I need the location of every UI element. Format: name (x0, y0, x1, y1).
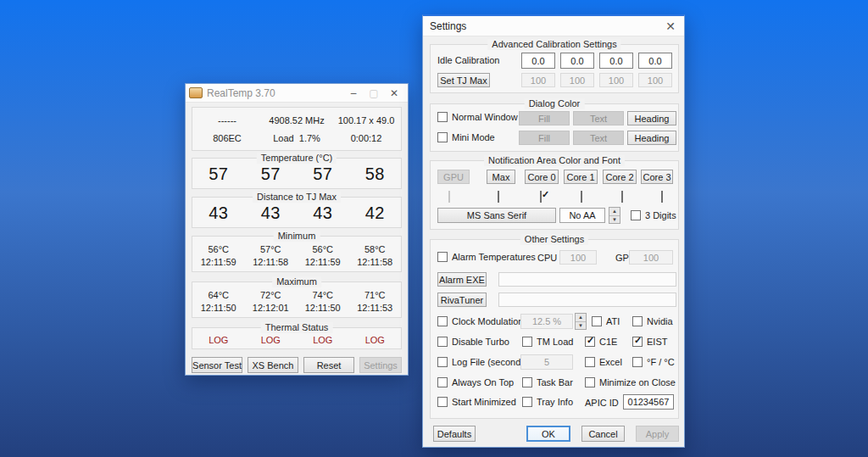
defaults-button[interactable]: Defaults (433, 426, 476, 442)
fahrenheit-celsius-checkbox[interactable]: °F / °C (632, 357, 675, 367)
apic-id-label: APIC ID (585, 398, 619, 408)
max-color-button[interactable]: Max (487, 170, 515, 184)
maximum-group: Maximum 64°C 72°C 74°C 71°C 12:11:50 12:… (192, 281, 402, 318)
gpu-show-checkbox (448, 191, 450, 203)
minimum-group: Minimum 56°C 57°C 56°C 58°C 12:11:59 12:… (192, 236, 402, 272)
three-digits-checkbox[interactable]: 3 Digits (631, 210, 676, 220)
tjmax-input: 100 (599, 73, 633, 87)
reset-button[interactable]: Reset (303, 357, 354, 373)
core1-show-checkbox[interactable] (581, 191, 582, 203)
idle-calibration-input[interactable]: 0.0 (599, 53, 633, 69)
cpu-info-panel: ------ 4908.52 MHz 100.17 x 49.0 806EC L… (192, 107, 402, 151)
core0-show-checkbox[interactable] (540, 191, 542, 203)
min-temp: 56°C (297, 244, 349, 254)
ok-button[interactable]: OK (526, 426, 570, 442)
tjmax-input: 100 (560, 73, 594, 87)
disable-turbo-checkbox[interactable]: Disable Turbo (437, 337, 509, 347)
start-minimized-checkbox[interactable]: Start Minimized (437, 397, 516, 407)
log-toggle[interactable]: LOG (245, 335, 298, 345)
log-toggle[interactable]: LOG (192, 335, 245, 345)
ati-checkbox[interactable]: ATI (592, 316, 620, 326)
realtemp-app-icon (189, 87, 203, 98)
spin-up-icon[interactable]: ▲ (609, 208, 620, 215)
core3-temp: 58 (349, 164, 402, 184)
desktop-background: RealTemp 3.70 – ▢ ✕ ------ 4908.52 MHz 1… (0, 0, 868, 457)
core2-distance: 43 (297, 203, 349, 223)
settings-window: Settings ✕ Advanced Calibration Settings… (422, 14, 685, 448)
core3-distance: 42 (349, 203, 402, 223)
apic-id-input[interactable]: 01234567 (623, 394, 674, 410)
mini-mode-checkbox[interactable]: Mini Mode (437, 132, 495, 142)
fill-button: Fill (519, 131, 570, 145)
clock-modulation-checkbox[interactable]: Clock Modulation (437, 316, 523, 326)
normal-window-checkbox[interactable]: Normal Window (437, 112, 518, 122)
heading-button[interactable]: Heading (627, 131, 676, 145)
max-time: 12:11:50 (297, 303, 349, 313)
rivatuner-button[interactable]: RivaTuner (437, 293, 487, 307)
alarm-exe-path-input[interactable] (498, 272, 676, 287)
clock-modulation-input: 12.5 % (520, 314, 573, 329)
tjmax-input: 100 (638, 73, 672, 87)
c1e-checkbox[interactable]: C1E (585, 337, 617, 347)
min-temp: 56°C (192, 244, 245, 254)
task-bar-checkbox[interactable]: Task Bar (522, 377, 573, 387)
alarm-temperatures-checkbox[interactable]: Alarm Temperatures (437, 252, 536, 262)
heading-button[interactable]: Heading (627, 111, 676, 125)
advanced-calibration-group: Advanced Calibration Settings Idle Calib… (430, 44, 679, 93)
always-on-top-checkbox[interactable]: Always On Top (437, 377, 514, 387)
dialog-color-label: Dialog Color (525, 98, 585, 109)
spin-down-icon[interactable]: ▼ (576, 321, 586, 330)
clock-modulation-stepper[interactable]: ▲ ▼ (575, 313, 587, 330)
max-temp: 74°C (297, 290, 349, 300)
max-show-checkbox[interactable] (498, 191, 499, 203)
max-time: 12:11:53 (349, 303, 402, 313)
spin-down-icon[interactable]: ▼ (609, 215, 620, 224)
nvidia-checkbox[interactable]: Nvidia (632, 316, 673, 326)
uptime: 0:00:12 (331, 131, 401, 146)
core0-temp: 57 (192, 164, 245, 184)
core2-show-checkbox[interactable] (621, 191, 623, 203)
font-size-stepper[interactable]: ▲ ▼ (609, 207, 620, 224)
text-button: Text (573, 131, 624, 145)
settings-window-title: Settings (430, 20, 660, 32)
minimize-on-close-checkbox[interactable]: Minimize on Close (585, 377, 676, 387)
set-tjmax-button[interactable]: Set TJ Max (437, 73, 490, 87)
font-select-button[interactable]: MS Sans Serif (437, 208, 556, 223)
tm-load-checkbox[interactable]: TM Load (522, 337, 573, 347)
alarm-exe-button[interactable]: Alarm EXE (437, 272, 487, 287)
eist-checkbox[interactable]: EIST (632, 337, 667, 347)
xs-bench-button[interactable]: XS Bench (248, 357, 298, 373)
core3-color-button[interactable]: Core 3 (641, 170, 673, 184)
close-icon[interactable]: ✕ (660, 18, 681, 35)
rivatuner-path-input[interactable] (498, 293, 676, 307)
spin-up-icon[interactable]: ▲ (576, 314, 586, 321)
close-icon[interactable]: ✕ (384, 85, 404, 102)
min-temp: 58°C (349, 244, 402, 254)
sensor-test-button[interactable]: Sensor Test (192, 357, 242, 373)
maximum-group-label: Maximum (272, 276, 321, 287)
idle-calibration-input[interactable]: 0.0 (560, 53, 594, 69)
excel-checkbox[interactable]: Excel (585, 357, 622, 367)
core3-show-checkbox[interactable] (661, 191, 663, 203)
core2-color-button[interactable]: Core 2 (603, 170, 637, 184)
log-file-checkbox[interactable]: Log File (seconds) (437, 357, 529, 367)
cancel-button[interactable]: Cancel (581, 426, 625, 442)
idle-calibration-input[interactable]: 0.0 (521, 53, 555, 69)
thermal-status-label: Thermal Status (261, 322, 333, 333)
cpu-load: Load 1.7% (262, 131, 331, 146)
distance-group: Distance to TJ Max 43 43 43 42 (192, 197, 402, 228)
gpu-alarm-input: 100 (629, 250, 673, 265)
minimize-icon[interactable]: – (343, 85, 364, 102)
log-toggle[interactable]: LOG (297, 335, 349, 345)
core1-temp: 57 (245, 164, 298, 184)
cpu-multiplier: 100.17 x 49.0 (331, 113, 401, 128)
idle-calibration-input[interactable]: 0.0 (638, 53, 672, 69)
anti-alias-button[interactable]: No AA (559, 208, 605, 223)
core0-color-button[interactable]: Core 0 (525, 170, 559, 184)
tray-info-checkbox[interactable]: Tray Info (522, 397, 573, 407)
log-toggle[interactable]: LOG (349, 335, 402, 345)
settings-button: Settings (359, 357, 402, 373)
realtemp-titlebar[interactable]: RealTemp 3.70 – ▢ ✕ (186, 84, 408, 103)
settings-titlebar[interactable]: Settings ✕ (423, 16, 684, 36)
core1-color-button[interactable]: Core 1 (564, 170, 598, 184)
